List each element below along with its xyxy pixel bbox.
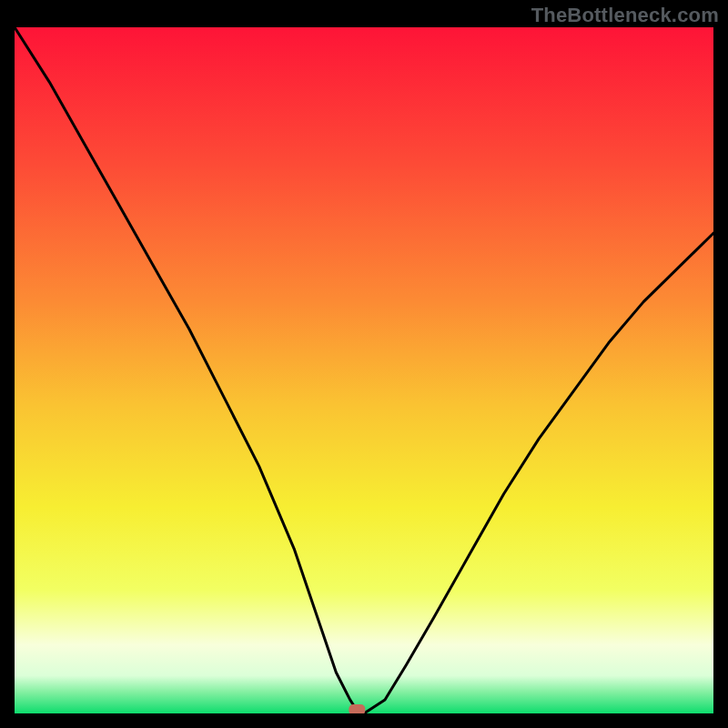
- watermark-text: TheBottleneck.com: [531, 4, 719, 27]
- gradient-rect: [15, 27, 713, 713]
- curve-marker: [349, 704, 365, 713]
- plot-svg: [15, 27, 713, 713]
- chart-frame: TheBottleneck.com: [0, 0, 728, 728]
- plot-area: [15, 27, 713, 713]
